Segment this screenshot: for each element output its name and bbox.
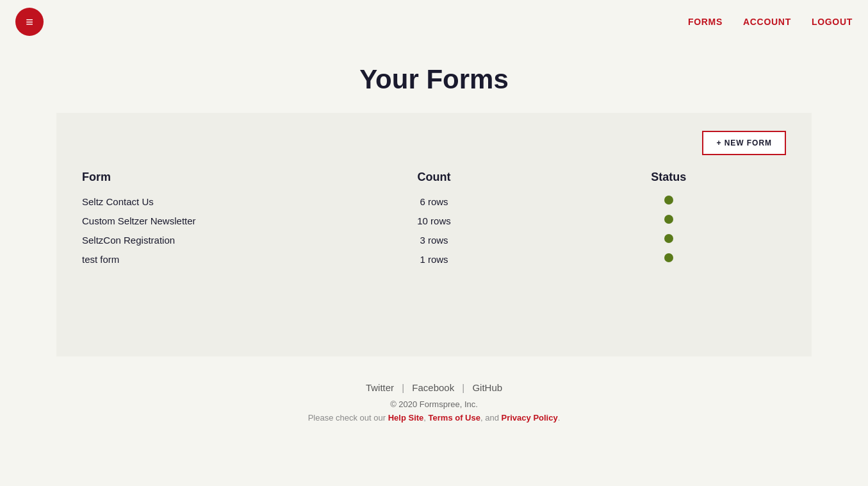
footer-links: Twitter | Facebook | GitHub <box>0 382 868 393</box>
footer-copyright: © 2020 Formspree, Inc. <box>0 399 868 409</box>
page-title: Your Forms <box>0 64 868 95</box>
table-header: Form Count Status <box>82 171 786 192</box>
logo-icon[interactable]: ≡ <box>15 8 44 36</box>
header: ≡ FORMS ACCOUNT LOGOUT <box>0 0 868 44</box>
footer: Twitter | Facebook | GitHub © 2020 Forms… <box>0 356 868 435</box>
status-dot-2 <box>664 215 673 224</box>
status-cell-2 <box>552 215 786 226</box>
footer-sep-2: | <box>462 382 464 393</box>
nav: FORMS ACCOUNT LOGOUT <box>688 17 853 27</box>
col-header-count: Count <box>316 171 551 184</box>
row-count-4: 1 rows <box>316 254 551 265</box>
col-header-status: Status <box>552 171 786 184</box>
footer-link-twitter[interactable]: Twitter <box>366 382 394 393</box>
form-name-2[interactable]: Custom Seltzer Newsletter <box>82 215 316 226</box>
footer-note: Please check out our Help Site, Terms of… <box>0 413 868 423</box>
form-name-4[interactable]: test form <box>82 254 316 265</box>
footer-note-and: and <box>485 413 501 423</box>
table-row: Custom Seltzer Newsletter 10 rows <box>82 211 786 230</box>
table-row: test form 1 rows <box>82 249 786 269</box>
status-dot-1 <box>664 196 673 205</box>
nav-forms[interactable]: FORMS <box>688 17 723 27</box>
status-cell-3 <box>552 234 786 246</box>
footer-link-github[interactable]: GitHub <box>472 382 502 393</box>
footer-note-prefix: Please check out our <box>308 413 388 423</box>
page-title-section: Your Forms <box>0 44 868 113</box>
status-cell-4 <box>552 253 786 265</box>
row-count-3: 3 rows <box>316 235 551 246</box>
table-row: SeltzCon Registration 3 rows <box>82 230 786 249</box>
footer-link-terms[interactable]: Terms of Use <box>429 413 480 423</box>
footer-link-privacy[interactable]: Privacy Policy <box>502 413 558 423</box>
footer-link-help[interactable]: Help Site <box>388 413 424 423</box>
form-name-1[interactable]: Seltz Contact Us <box>82 196 316 207</box>
nav-account[interactable]: ACCOUNT <box>743 17 791 27</box>
footer-sep-1: | <box>402 382 404 393</box>
status-dot-3 <box>664 234 673 243</box>
row-count-1: 6 rows <box>316 196 551 207</box>
form-name-3[interactable]: SeltzCon Registration <box>82 235 316 246</box>
col-header-form: Form <box>82 171 316 184</box>
nav-logout[interactable]: LOGOUT <box>812 17 853 27</box>
new-form-button[interactable]: + NEW FORM <box>702 131 786 155</box>
footer-link-facebook[interactable]: Facebook <box>412 382 454 393</box>
main-container: + NEW FORM Form Count Status Seltz Conta… <box>56 113 812 356</box>
status-cell-1 <box>552 196 786 207</box>
new-form-btn-row: + NEW FORM <box>82 131 786 155</box>
status-dot-4 <box>664 253 673 262</box>
forms-table: Form Count Status Seltz Contact Us 6 row… <box>82 171 786 269</box>
row-count-2: 10 rows <box>316 215 551 226</box>
table-row: Seltz Contact Us 6 rows <box>82 192 786 211</box>
